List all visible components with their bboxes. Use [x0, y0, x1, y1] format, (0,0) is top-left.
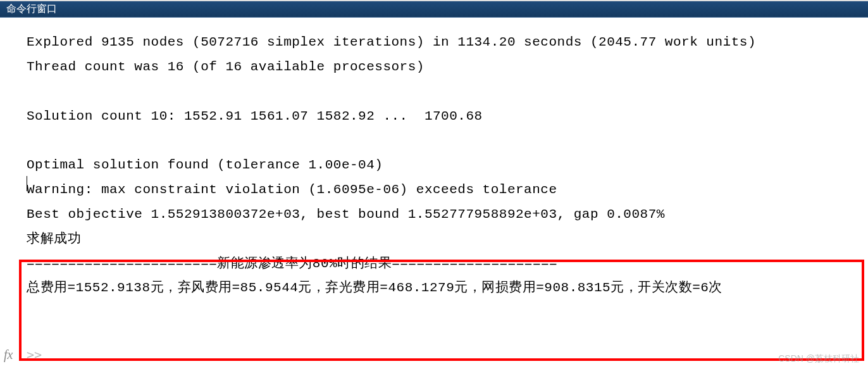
top-border: [0, 0, 868, 1]
text-cursor: [27, 176, 27, 191]
output-line: Best objective 1.552913800372e+03, best …: [27, 207, 665, 222]
command-output-area[interactable]: Explored 9135 nodes (5072716 simplex ite…: [0, 18, 868, 371]
output-line: Optimal solution found (tolerance 1.00e-…: [27, 158, 383, 172]
window-title-bar: 命令行窗口: [0, 0, 868, 18]
output-line: 总费用=1552.9138元，弃风费用=85.9544元，弃光费用=468.12…: [27, 280, 722, 295]
output-line: Thread count was 16 (of 16 available pro…: [27, 60, 425, 74]
output-line: Explored 9135 nodes (5072716 simplex ite…: [27, 35, 756, 49]
output-line: =======================新能源渗透率为80%时的结果===…: [27, 256, 557, 271]
fx-icon: fx: [4, 348, 13, 362]
window-title: 命令行窗口: [6, 3, 57, 16]
watermark: CSDN @荔枝科研社: [778, 353, 859, 365]
console-output: Explored 9135 nodes (5072716 simplex ite…: [0, 18, 868, 301]
output-line: Solution count 10: 1552.91 1561.07 1582.…: [27, 109, 483, 123]
output-line: Warning: max constraint violation (1.609…: [27, 182, 557, 197]
output-line: 求解成功: [27, 232, 81, 246]
command-prompt[interactable]: >>: [27, 347, 42, 362]
